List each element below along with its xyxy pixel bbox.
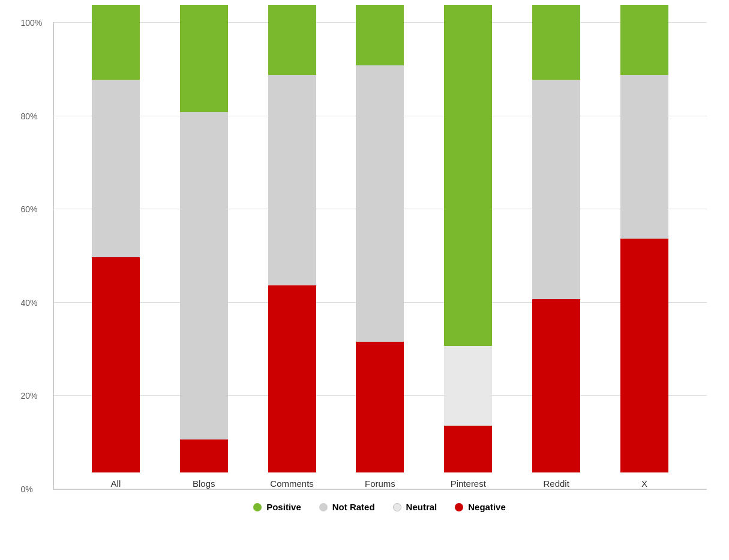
segment-negative xyxy=(180,439,228,472)
y-label-60: 60% xyxy=(21,204,38,214)
legend-label-neutral: Neutral xyxy=(406,502,437,512)
bar-label-x: X xyxy=(641,478,647,489)
legend-label-not_rated: Not Rated xyxy=(332,502,375,512)
bar-group-forums: Forums xyxy=(350,5,410,489)
segment-negative xyxy=(92,257,140,472)
y-label-0: 0% xyxy=(21,484,33,494)
stacked-bar-forums xyxy=(356,5,404,472)
segment-negative xyxy=(444,426,492,472)
bar-label-blogs: Blogs xyxy=(193,478,215,489)
segment-positive xyxy=(444,5,492,346)
stacked-bar-reddit xyxy=(532,5,580,472)
bar-label-reddit: Reddit xyxy=(543,478,569,489)
legend-dot-negative xyxy=(455,503,463,511)
bar-group-all: All xyxy=(86,5,146,489)
grid-line-0: 0% xyxy=(54,489,707,489)
segment-not_rated xyxy=(268,75,316,285)
segment-not_rated xyxy=(532,80,580,300)
bars-wrapper: AllBlogsCommentsForumsPinterestRedditX xyxy=(54,22,707,489)
stacked-bar-comments xyxy=(268,5,316,472)
segment-negative xyxy=(268,285,316,472)
y-label-40: 40% xyxy=(21,298,38,308)
bar-group-comments: Comments xyxy=(262,5,322,489)
y-label-80: 80% xyxy=(21,112,38,121)
segment-not_rated xyxy=(620,75,668,239)
stacked-bar-x xyxy=(620,5,668,472)
segment-negative xyxy=(532,299,580,472)
legend-label-negative: Negative xyxy=(468,502,506,512)
segment-negative xyxy=(620,239,668,472)
bar-group-reddit: Reddit xyxy=(526,5,586,489)
chart-area: 100% 80% 60% 40% 20% 0% AllBlogsComments… xyxy=(53,22,707,490)
segment-positive xyxy=(92,5,140,80)
legend-item-positive: Positive xyxy=(253,502,301,512)
bar-label-forums: Forums xyxy=(365,478,395,489)
legend-dot-neutral xyxy=(393,503,401,511)
stacked-bar-blogs xyxy=(180,5,228,472)
segment-not_rated xyxy=(356,65,404,341)
legend: PositiveNot RatedNeutralNegative xyxy=(53,502,707,512)
segment-negative xyxy=(356,342,404,472)
legend-item-not_rated: Not Rated xyxy=(319,502,375,512)
legend-label-positive: Positive xyxy=(266,502,301,512)
stacked-bar-pinterest xyxy=(444,5,492,472)
y-label-100: 100% xyxy=(21,18,43,28)
bar-label-all: All xyxy=(111,478,121,489)
segment-positive xyxy=(620,5,668,75)
segment-positive xyxy=(268,5,316,75)
segment-not_rated xyxy=(180,112,228,439)
segment-positive xyxy=(180,5,228,112)
legend-item-neutral: Neutral xyxy=(393,502,437,512)
chart-container: 100% 80% 60% 40% 20% 0% AllBlogsComments… xyxy=(11,10,719,550)
segment-positive xyxy=(532,5,580,80)
stacked-bar-all xyxy=(92,5,140,472)
bar-label-pinterest: Pinterest xyxy=(451,478,486,489)
legend-item-negative: Negative xyxy=(455,502,506,512)
bar-group-blogs: Blogs xyxy=(174,5,234,489)
legend-dot-not_rated xyxy=(319,503,328,511)
segment-positive xyxy=(356,5,404,65)
segment-neutral xyxy=(444,346,492,426)
y-label-20: 20% xyxy=(21,391,38,401)
segment-not_rated xyxy=(92,80,140,257)
bar-group-pinterest: Pinterest xyxy=(438,5,498,489)
bar-label-comments: Comments xyxy=(270,478,314,489)
legend-dot-positive xyxy=(253,503,262,511)
bar-group-x: X xyxy=(614,5,674,489)
